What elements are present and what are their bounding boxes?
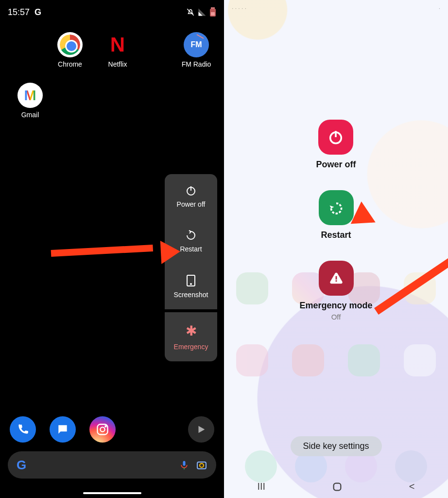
nav-bar: III < [224,481,448,492]
home-app-grid: M Gmail Chrome N Netflix FM FM Radio [0,19,224,119]
restart-icon [319,190,354,225]
app-fm-radio[interactable]: FM FM Radio [174,32,219,68]
google-logo-icon: G [17,458,26,473]
fm-radio-icon: FM [184,32,209,57]
back-button[interactable]: < [409,481,415,492]
emergency-icon: ✱ [186,323,197,339]
restart-button[interactable]: Restart [319,190,354,240]
power-off-button[interactable]: Power off [316,120,356,170]
signal-icon [198,8,207,17]
svg-rect-17 [335,276,337,280]
phone-app-icon[interactable] [10,416,36,443]
side-key-settings-button[interactable]: Side key settings [290,436,381,456]
pm-label: Restart [180,245,202,253]
app-label: Netflix [108,60,127,68]
dnd-icon [186,8,195,17]
app-chrome[interactable]: Chrome [48,32,92,68]
app-netflix[interactable]: N Netflix [95,32,140,68]
power-menu: Power off Restart Screenshot ✱ Emergency [165,174,217,361]
pm-label: Emergency [174,343,208,351]
emergency-button[interactable]: ✱ Emergency [165,312,217,361]
app-label: Chrome [58,60,82,68]
app-label: Gmail [21,111,39,119]
svg-point-9 [100,427,104,431]
dock [0,416,224,443]
google-search-bar[interactable]: G [8,451,216,479]
restart-button[interactable]: Restart [165,219,217,264]
instagram-app-icon[interactable] [89,416,116,443]
pm-label: Power off [316,160,356,170]
power-icon [185,185,197,196]
pm-label: Power off [177,200,206,208]
svg-point-10 [105,426,106,427]
phone-left: 15:57 G M Gmail Chrome [0,0,224,498]
svg-rect-18 [335,280,337,282]
google-g-icon: G [34,7,41,18]
gesture-nav-handle[interactable] [83,492,141,494]
media-play-icon[interactable] [188,416,214,443]
mic-icon[interactable] [179,459,189,471]
svg-rect-3 [211,12,215,16]
pm-label: Screenshot [174,291,208,299]
restart-icon [185,230,197,241]
status-time: 15:57 [8,7,30,18]
screenshot-icon [186,274,196,287]
svg-rect-19 [334,483,341,490]
home-button[interactable] [332,481,343,492]
recents-button[interactable]: III [257,481,265,492]
phone-right: · · · · ·· Power off Restart Emergency m… [224,0,448,498]
screenshot-button[interactable]: Screenshot [165,264,217,309]
gmail-icon: M [24,87,36,104]
pm-sublabel: Off [331,313,341,321]
side-key-label: Side key settings [303,441,369,451]
status-bar: 15:57 G [0,0,224,19]
app-gmail[interactable]: M Gmail [8,83,52,119]
svg-rect-1 [211,7,215,9]
messages-app-icon[interactable] [50,416,76,443]
svg-point-14 [200,463,204,467]
pm-label: Restart [321,230,351,240]
battery-icon [209,7,216,17]
annotation-arrow [51,243,177,263]
svg-rect-11 [183,461,186,466]
emergency-mode-button[interactable]: Emergency mode Off [299,261,372,321]
emergency-icon [319,261,354,296]
svg-point-7 [190,284,191,285]
status-bar: · · · · ·· [224,3,448,14]
pm-label: Emergency mode [299,301,372,311]
chrome-icon [57,32,83,57]
camera-lens-icon[interactable] [196,459,207,471]
power-icon [318,120,353,155]
netflix-icon: N [110,32,125,57]
app-label: FM Radio [182,60,211,68]
power-off-button[interactable]: Power off [165,174,217,219]
power-menu: Power off Restart Emergency mode Off [224,120,448,321]
